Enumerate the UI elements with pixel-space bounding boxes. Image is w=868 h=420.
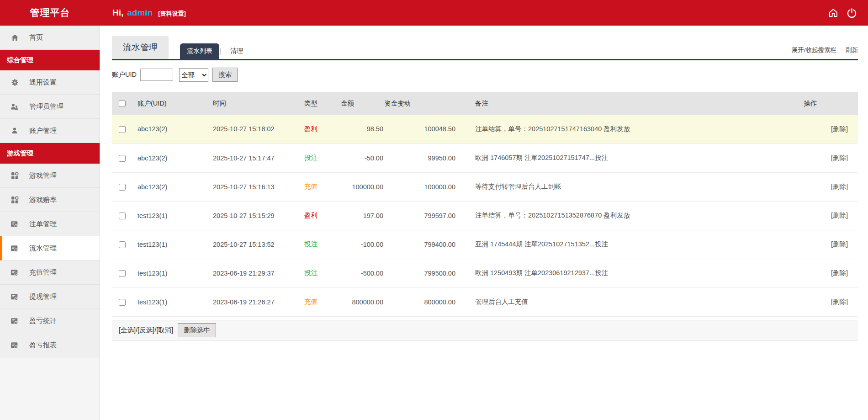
uid-input[interactable]: [140, 69, 173, 81]
doc-icon: [11, 268, 19, 276]
table-body: abc123(2) 2025-10-27 15:18:02 盈利 98.50 1…: [112, 115, 858, 316]
row-checkbox[interactable]: [119, 126, 126, 133]
cell-balance: 799597.00: [384, 201, 456, 230]
flow-table: 账户(UID) 时间 类型 金额 资金变动 备注 操作 abc123(2) 20…: [112, 92, 858, 317]
sidebar-item-label: 提现管理: [29, 292, 57, 301]
home-icon[interactable]: [828, 7, 839, 18]
row-checkbox[interactable]: [119, 270, 126, 277]
cell-balance: 100048.50: [384, 115, 456, 144]
sidebar-item-label: 流水管理: [29, 244, 57, 253]
cell-note: 欧洲 1746057期 注單20251027151747...投注: [456, 144, 803, 172]
cell-time: 2025-10-27 15:16:13: [212, 172, 304, 201]
row-checkbox[interactable]: [119, 213, 126, 219]
username: admin: [127, 8, 153, 18]
sidebar-section-label: 综合管理: [7, 56, 33, 64]
cell-note: 欧洲 1250493期 注单20230619212937...投注: [456, 259, 803, 287]
cell-amount: -100.00: [340, 230, 384, 259]
cell-type: 投注: [304, 259, 340, 287]
select-links[interactable]: [全选]/[反选]/[取消]: [119, 326, 173, 335]
delete-link[interactable]: [删除]: [831, 125, 848, 133]
select-all-checkbox[interactable]: [119, 100, 126, 107]
col-type: 类型: [304, 92, 340, 115]
sidebar-item-流水管理[interactable]: 流水管理: [0, 236, 100, 261]
doc-icon: [11, 341, 19, 349]
row-checkbox[interactable]: [119, 155, 126, 162]
toggle-search-link[interactable]: 展开/收起搜索栏: [792, 46, 836, 54]
sidebar-item-label: 管理员管理: [29, 102, 64, 111]
sidebar-item-label: 通用设置: [29, 78, 57, 87]
cell-uid: test123(1): [137, 201, 212, 230]
cell-type: 投注: [304, 230, 340, 259]
sidebar-item-盈亏统计[interactable]: 盈亏统计: [0, 309, 100, 333]
tab-divider: [220, 48, 221, 55]
row-checkbox[interactable]: [119, 241, 126, 248]
col-balance: 资金变动: [384, 92, 456, 115]
grid-icon: [11, 171, 19, 180]
cell-note: 等待支付转管理后台人工到帐: [456, 172, 803, 201]
sidebar-item-充值管理[interactable]: 充值管理: [0, 261, 100, 285]
table-header-row: 账户(UID) 时间 类型 金额 资金变动 备注 操作: [112, 92, 858, 115]
row-checkbox[interactable]: [119, 299, 126, 306]
cell-uid: abc123(2): [137, 115, 212, 144]
sidebar-item-通用设置[interactable]: 通用设置: [0, 70, 100, 95]
cell-balance: 799500.00: [384, 259, 456, 287]
delete-selected-button[interactable]: 删除选中: [178, 323, 216, 337]
sidebar-item-label: 充值管理: [29, 268, 57, 277]
sidebar-item-游戏赔率[interactable]: 游戏赔率: [0, 188, 100, 212]
profile-settings-link[interactable]: [资料设置]: [158, 10, 186, 18]
table-row: abc123(2) 2025-10-27 15:17:47 投注 -50.00 …: [112, 144, 858, 172]
table-row: test123(1) 2025-10-27 15:15:29 盈利 197.00…: [112, 201, 858, 230]
search-button[interactable]: 搜索: [212, 68, 238, 82]
doc-icon: [11, 220, 19, 228]
power-icon[interactable]: [847, 8, 857, 18]
cell-balance: 800000.00: [384, 287, 456, 316]
sidebar-section-label: 游戏管理: [7, 149, 33, 158]
cell-uid: test123(1): [137, 230, 212, 259]
sidebar-item-管理员管理[interactable]: 管理员管理: [0, 95, 100, 119]
cell-note: 注单结算，单号：20251027151747163040 盈利发放: [456, 115, 803, 144]
cell-uid: abc123(2): [137, 172, 212, 201]
tab-flow-list[interactable]: 流水列表: [180, 43, 219, 59]
tab-clean[interactable]: 清理: [223, 43, 250, 59]
cell-amount: 98.50: [340, 115, 384, 144]
table-row: abc123(2) 2025-10-27 15:18:02 盈利 98.50 1…: [112, 115, 858, 144]
cell-note: 管理后台人工充值: [456, 287, 803, 316]
delete-link[interactable]: [删除]: [831, 212, 848, 219]
search-bar: 账户UID 全部 搜索: [112, 68, 858, 82]
sidebar-list: 首页 综合管理 通用设置 管理员管理 账户管理 游戏管理 游戏管理 游戏赔率 注…: [0, 26, 100, 357]
row-checkbox[interactable]: [119, 184, 126, 191]
delete-link[interactable]: [删除]: [831, 183, 848, 190]
main-content: 流水管理 流水列表 清理 展开/收起搜索栏 刷新 账户UID 全部 搜索: [100, 26, 868, 420]
sidebar-item-账户管理[interactable]: 账户管理: [0, 119, 100, 143]
table-footer: [全选]/[反选]/[取消] 删除选中: [112, 320, 858, 341]
delete-link[interactable]: [删除]: [831, 154, 848, 161]
table-row: test123(1) 2023-06-19 21:29:37 投注 -500.0…: [112, 259, 858, 287]
cell-uid: test123(1): [137, 287, 212, 316]
cell-type: 充值: [304, 172, 340, 201]
cell-time: 2025-10-27 15:17:47: [212, 144, 304, 172]
sidebar-item-提现管理[interactable]: 提现管理: [0, 285, 100, 309]
user-icon: [11, 127, 19, 135]
delete-link[interactable]: [删除]: [831, 240, 848, 248]
delete-link[interactable]: [删除]: [831, 298, 848, 305]
home-icon: [11, 33, 19, 42]
user-greeting: Hi, admin [资料设置]: [112, 8, 186, 18]
cell-amount: 100000.00: [340, 172, 384, 201]
sidebar-item-注单管理[interactable]: 注单管理: [0, 212, 100, 236]
sidebar-item-游戏管理[interactable]: 游戏管理: [0, 164, 100, 188]
greeting-prefix: Hi,: [112, 8, 123, 18]
sidebar-item-盈亏报表[interactable]: 盈亏报表: [0, 333, 100, 357]
type-select[interactable]: 全部: [179, 68, 208, 82]
sidebar-item-首页[interactable]: 首页: [0, 26, 100, 50]
strip-actions: 展开/收起搜索栏 刷新: [792, 46, 858, 59]
cell-time: 2025-10-27 15:13:52: [212, 230, 304, 259]
topbar-actions: [828, 7, 857, 18]
sidebar-item-label: 盈亏报表: [29, 341, 57, 350]
cell-type: 充值: [304, 287, 340, 316]
delete-link[interactable]: [删除]: [831, 269, 848, 276]
cell-note: 亚洲 1745444期 注單20251027151352...投注: [456, 230, 803, 259]
sidebar-section-header: 游戏管理: [0, 143, 100, 164]
grid-icon: [11, 196, 19, 204]
uid-label: 账户UID: [112, 70, 137, 79]
refresh-link[interactable]: 刷新: [846, 46, 858, 54]
